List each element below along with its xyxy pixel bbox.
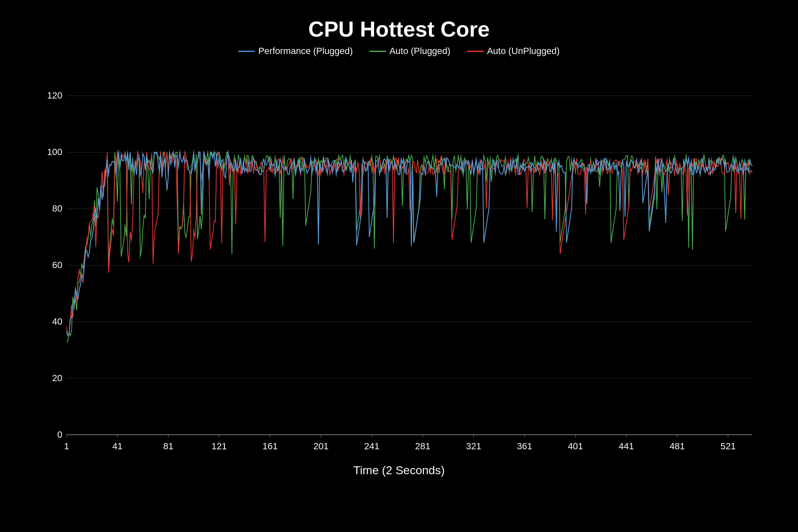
chart-title: CPU Hottest Core xyxy=(308,17,490,42)
legend: Performance (Plugged) Auto (Plugged) Aut… xyxy=(238,46,559,57)
legend-line-auto-plugged xyxy=(369,51,386,52)
legend-item-performance: Performance (Plugged) xyxy=(238,46,352,57)
legend-label-auto-plugged: Auto (Plugged) xyxy=(389,46,451,57)
legend-label-auto-unplugged: Auto (UnPlugged) xyxy=(487,46,560,57)
legend-line-auto-unplugged xyxy=(467,51,484,52)
x-axis-label: Time (2 Seconds) xyxy=(353,464,445,477)
legend-line-performance xyxy=(238,51,255,52)
main-chart-canvas xyxy=(33,65,765,460)
chart-area: Z ZOOMIT xyxy=(33,65,765,460)
legend-item-auto-plugged: Auto (Plugged) xyxy=(369,46,451,57)
chart-container: CPU Hottest Core Performance (Plugged) A… xyxy=(0,0,798,532)
legend-label-performance: Performance (Plugged) xyxy=(258,46,352,57)
legend-item-auto-unplugged: Auto (UnPlugged) xyxy=(467,46,560,57)
